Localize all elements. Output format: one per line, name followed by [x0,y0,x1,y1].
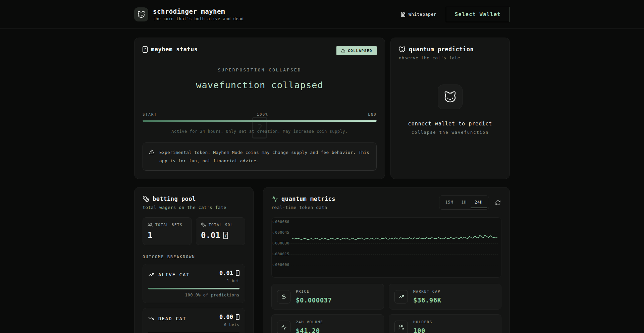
mayhem-status-title-text: mayhem status [151,46,198,53]
sol-missing-glyph-icon [236,314,239,320]
volume-tile: 24H VOLUME $41.20 [271,314,384,333]
chart-ytick-label: 0.000030 [271,241,289,245]
status-badge: COLLAPSED [336,46,377,55]
outcome-breakdown-label: OUTCOME BREAKDOWN [143,255,245,259]
total-sol-stat: TOTAL SOL 0.01 [196,217,245,245]
alive-cat-amount: 0.01 [219,270,239,276]
coins-icon [201,222,206,227]
dead-cat-label: DEAD CAT [158,316,186,321]
refresh-button[interactable] [494,199,501,206]
activity-icon [271,196,278,202]
app-title: schrödinger mayhem [153,8,244,15]
chart-gridline [274,233,498,233]
holders-tile: HOLDERS 100 [389,314,501,333]
wavefunction-headline: wavefunction collapsed [143,80,377,90]
price-label: PRICE [296,289,332,294]
app-header: schrödinger mayhem the coin that's both … [0,0,644,29]
status-progress-fill [143,120,377,122]
app-subtitle: the coin that's both alive and dead [153,16,244,21]
document-icon [400,12,406,17]
mayhem-status-title: mayhem status [143,46,198,53]
quantum-metrics-card: quantum metrics real-time token data 15M… [263,187,510,333]
holders-value: 100 [413,327,432,333]
metrics-title: quantum metrics [271,196,335,202]
brand-text: schrödinger mayhem the coin that's both … [153,8,244,21]
users-icon [148,222,153,227]
sol-missing-glyph-icon [223,232,228,239]
timeframe-15m-button[interactable]: 15M [441,197,458,208]
refresh-icon [495,200,501,206]
betting-pool-title: betting pool [143,196,245,202]
alive-cat-progress-bar [148,288,239,289]
chart-ytick-label: 0.000015 [271,252,289,256]
alert-triangle-icon [341,48,345,53]
quantum-prediction-card: quantum prediction observe the cat's fat… [390,38,510,179]
alive-cat-bets: 1 bet [219,279,239,283]
warning-text: Experimental token: Mayhem Mode coins ma… [159,148,370,165]
progress-start-label: START [143,112,157,117]
alive-cat-pct: 100.0% of predictions [148,293,239,297]
alive-cat-outcome: ALIVE CAT 0.01 1 bet 100.0% of predictio… [143,264,245,303]
sol-missing-glyph-icon [236,270,239,276]
dollar-icon [277,290,290,303]
metrics-subtitle: real-time token data [271,205,335,210]
total-sol-value: 0.01 [201,231,240,240]
prediction-cat-box [438,85,463,109]
prediction-title-text: quantum prediction [409,46,474,53]
trending-up-icon [148,272,154,278]
chart-ytick-label: 0.000000 [271,263,289,267]
chart-gridline [274,222,498,222]
trending-down-icon [148,316,154,322]
missing-glyph-icon [143,46,148,53]
coins-icon [143,196,149,202]
betting-pool-title-text: betting pool [153,196,196,202]
progress-percent-label: 100% [257,112,268,117]
price-chart-line [272,218,501,277]
chart-gridline [274,243,498,244]
connect-wallet-cta-sub: collapse the wavefunction [412,130,489,135]
prediction-subtitle: observe the cat's fate [399,55,501,60]
connect-wallet-cta: connect wallet to predict [408,121,492,127]
chart-ytick-label: 0.000060 [271,220,289,224]
status-progress-bar [143,120,377,122]
experimental-warning: Experimental token: Mayhem Mode coins ma… [143,143,377,171]
betting-pool-subtitle: total wagers on the cat's fate [143,205,245,210]
price-value: $0.000037 [296,296,332,304]
whitepaper-label: Whitepaper [409,12,436,17]
prediction-title: quantum prediction [399,46,501,53]
betting-pool-card: betting pool total wagers on the cat's f… [134,187,254,333]
superposition-label: SUPERPOSITION COLLAPSED [143,67,377,72]
alive-cat-progress-fill [148,288,239,289]
dead-cat-outcome: DEAD CAT 0.00 0 bets 0.0% of predictions [143,308,245,333]
metrics-title-text: quantum metrics [281,196,335,202]
chart-gridline [274,254,498,255]
cat-icon [399,46,406,53]
dead-cat-progress-bar [148,332,239,333]
brand: schrödinger mayhem the coin that's both … [134,7,244,21]
timeframe-1h-button[interactable]: 1H [457,197,471,208]
app-logo[interactable] [134,7,148,21]
status-badge-label: COLLAPSED [348,49,372,53]
chart-ytick-label: 0.000045 [271,230,289,235]
select-wallet-button[interactable]: Select Wallet [446,7,510,22]
total-bets-value: 1 [148,231,187,240]
dead-cat-amount: 0.00 [219,314,239,320]
total-sol-label: TOTAL SOL [209,223,233,227]
timeframe-selector: 15M 1H 24H [439,196,489,210]
cat-icon [137,10,145,18]
total-bets-stat: TOTAL BETS 1 [143,217,192,245]
dead-cat-bets: 0 bets [219,323,239,327]
alert-triangle-icon [149,149,155,155]
mayhem-status-card: mayhem status COLLAPSED SUPERPOSITION CO… [134,38,385,179]
whitepaper-link[interactable]: Whitepaper [400,12,436,17]
alive-cat-label: ALIVE CAT [158,272,190,277]
users-icon [394,321,408,333]
chart-gridline [274,265,498,265]
trending-up-icon [394,290,408,303]
market-cap-tile: MARKET CAP $36.96K [389,284,501,310]
activity-icon [277,321,290,333]
volume-value: $41.20 [296,327,323,333]
price-chart: 0.0000600.0000450.0000300.0000150.000000 [271,217,501,278]
timeframe-24h-button[interactable]: 24H [471,197,487,208]
total-bets-label: TOTAL BETS [155,223,182,227]
